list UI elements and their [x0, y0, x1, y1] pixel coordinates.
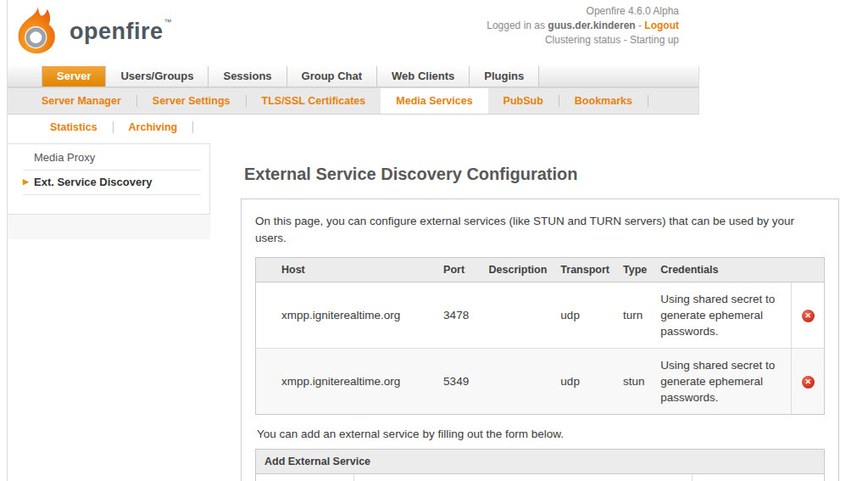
host-field-cell[interactable]	[354, 474, 693, 481]
tab-group-chat[interactable]: Group Chat	[287, 66, 378, 87]
logo-wordmark: openfire	[70, 19, 164, 45]
cell-description	[482, 349, 554, 415]
table-row: xmpp.igniterealtime.org 5349 udp stun Us…	[256, 349, 825, 415]
cell-port: 5349	[437, 349, 481, 415]
logout-link[interactable]: Logout	[644, 20, 679, 31]
delete-icon[interactable]: ✕	[802, 376, 815, 389]
content-box: On this page, you can configure external…	[241, 199, 839, 481]
add-external-service-form: Add External Service Host*:	[255, 449, 825, 481]
cell-port: 3478	[437, 282, 481, 349]
column-header-host: Host	[256, 258, 437, 282]
login-separator: -	[636, 20, 645, 31]
tab-sessions[interactable]: Sessions	[209, 66, 287, 87]
clustering-status: Clustering status - Starting up	[487, 33, 679, 48]
intro-text: On this page, you can configure external…	[255, 213, 815, 247]
cell-credentials: Using shared secret to generate ephemera…	[654, 349, 792, 415]
cell-actions: ✕	[792, 282, 825, 349]
subtab-server-settings[interactable]: Server Settings	[137, 88, 246, 114]
sidebar: Media Proxy ▶ Ext. Service Discovery	[8, 143, 210, 239]
subtab-server-manager[interactable]: Server Manager	[26, 88, 136, 114]
login-status-line: Logged in as guus.der.kinderen - Logout	[487, 19, 679, 33]
column-header-actions	[792, 258, 825, 282]
credentials-text: Using shared secret to generate ephemera…	[660, 291, 784, 339]
subtab-tls-ssl-certificates[interactable]: TLS/SSL Certificates	[247, 88, 381, 114]
username: guus.der.kinderen	[548, 20, 635, 31]
version-text: Openfire 4.6.0 Alpha	[487, 4, 679, 19]
cell-type: stun	[616, 349, 654, 415]
header-info: Openfire 4.6.0 Alpha Logged in as guus.d…	[487, 4, 679, 48]
page-title: External Service Discovery Configuration	[241, 139, 868, 184]
add-service-hint: You can add an external service by filli…	[257, 428, 826, 440]
form-extra-cell	[693, 474, 824, 481]
content-column: External Service Discovery Configuration…	[241, 139, 868, 481]
column-header-type: Type	[616, 258, 654, 282]
sidebar-item-ext-service-discovery[interactable]: ▶ Ext. Service Discovery	[8, 171, 209, 195]
section-tab-bar: Statistics Archiving	[8, 115, 868, 139]
sectiontab-statistics[interactable]: Statistics	[35, 121, 113, 133]
sectiontab-archiving[interactable]: Archiving	[114, 121, 193, 133]
column-header-description: Description	[482, 258, 554, 282]
form-body: Host*:	[256, 474, 824, 481]
external-services-table: Host Port Description Transport Type Cre…	[255, 257, 825, 415]
column-header-credentials: Credentials	[654, 258, 792, 282]
tab-web-clients[interactable]: Web Clients	[377, 66, 470, 87]
table-row: xmpp.igniterealtime.org 3478 udp turn Us…	[256, 282, 825, 349]
subtab-pubsub[interactable]: PubSub	[488, 88, 559, 114]
admin-console-page: openfire ™ Openfire 4.6.0 Alpha Logged i…	[7, 0, 868, 481]
form-title: Add External Service	[256, 450, 824, 474]
logged-in-prefix: Logged in as	[487, 20, 548, 31]
cell-type: turn	[616, 282, 654, 349]
divider	[192, 121, 193, 133]
sidebar-box: Media Proxy ▶ Ext. Service Discovery	[8, 143, 210, 215]
tab-users-groups[interactable]: Users/Groups	[106, 66, 209, 87]
column-header-port: Port	[437, 258, 481, 282]
divider	[648, 95, 648, 107]
sidebar-item-label: Media Proxy	[34, 151, 95, 164]
sub-tab-bar: Server Manager Server Settings TLS/SSL C…	[8, 87, 699, 115]
cell-actions: ✕	[792, 349, 825, 415]
logo-link[interactable]: openfire ™	[15, 6, 172, 58]
chevron-right-icon: ▶	[23, 171, 29, 193]
subtab-media-services[interactable]: Media Services	[381, 88, 487, 114]
cell-credentials: Using shared secret to generate ephemera…	[654, 282, 792, 349]
subtab-bookmarks[interactable]: Bookmarks	[559, 88, 648, 114]
cell-host: xmpp.igniterealtime.org	[256, 349, 437, 415]
tab-server[interactable]: Server	[42, 66, 106, 87]
logo-trademark: ™	[164, 18, 172, 26]
tab-plugins[interactable]: Plugins	[470, 66, 539, 87]
table-header-row: Host Port Description Transport Type Cre…	[256, 258, 825, 282]
header: openfire ™ Openfire 4.6.0 Alpha Logged i…	[8, 0, 868, 66]
cell-transport: udp	[554, 349, 616, 415]
sidebar-item-label: Ext. Service Discovery	[34, 176, 152, 188]
main-area: Media Proxy ▶ Ext. Service Discovery Ext…	[8, 139, 868, 480]
cell-transport: udp	[554, 282, 616, 349]
credentials-text: Using shared secret to generate ephemera…	[660, 357, 784, 405]
sidebar-item-media-proxy[interactable]: Media Proxy	[8, 146, 209, 171]
delete-icon[interactable]: ✕	[802, 310, 815, 322]
cell-host: xmpp.igniterealtime.org	[256, 282, 437, 349]
main-tab-bar: Server Users/Groups Sessions Group Chat …	[8, 66, 699, 87]
host-field-label: Host*:	[256, 474, 354, 481]
openfire-flame-icon	[15, 6, 61, 58]
column-header-transport: Transport	[554, 258, 616, 282]
cell-description	[482, 282, 554, 349]
